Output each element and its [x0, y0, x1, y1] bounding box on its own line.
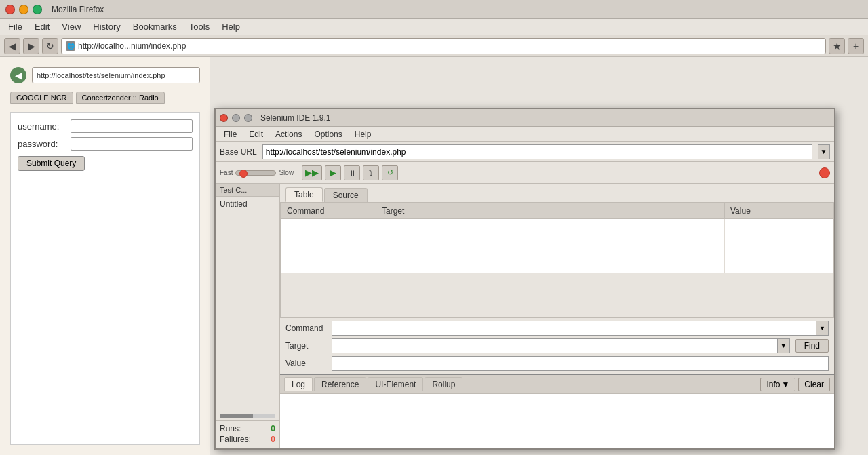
web-back-btn[interactable]: ◀	[10, 67, 26, 83]
bookmark-star[interactable]: ★	[829, 38, 845, 54]
tab-source[interactable]: Source	[324, 188, 368, 202]
menu-tools[interactable]: Tools	[184, 20, 215, 33]
selenium-ide-window: Selenium IDE 1.9.1 File Edit Actions Opt…	[214, 108, 835, 450]
editor-tabs: Table Source	[280, 184, 834, 203]
firefox-content: ◀ http://localhost/test/selenium/index.p…	[0, 57, 868, 455]
record-btn[interactable]	[819, 167, 830, 178]
bottom-tab-reference[interactable]: Reference	[314, 377, 366, 391]
sel-minimize-btn[interactable]	[232, 114, 240, 122]
menu-edit[interactable]: Edit	[29, 20, 55, 33]
username-input[interactable]	[71, 119, 193, 133]
sel-menu-file[interactable]: File	[218, 129, 242, 140]
password-input[interactable]	[71, 137, 193, 151]
selenium-main: Test C... Untitled Runs: 0 Failures: 0	[216, 184, 834, 448]
col-target: Target	[376, 203, 725, 219]
target-input-wrapper: ▼	[332, 338, 790, 353]
selenium-toolbar: Fast Slow ▶▶ ▶ ⏸ ⤵ ↺	[216, 162, 834, 184]
web-address-bar[interactable]: http://localhost/test/selenium/index.php	[32, 67, 200, 83]
forward-button[interactable]: ▶	[23, 38, 39, 54]
test-progress-bar	[220, 414, 275, 418]
firefox-toolbar: ◀ ▶ ↻ 🌐 http://localho...nium/index.php …	[0, 35, 868, 57]
test-item-untitled[interactable]: Untitled	[216, 197, 279, 212]
menu-bookmarks[interactable]: Bookmarks	[127, 20, 182, 33]
find-btn[interactable]: Find	[795, 339, 829, 353]
play-one-btn[interactable]: ▶	[325, 165, 341, 180]
command-input-wrapper: ▼	[332, 321, 829, 336]
firefox-menubar: File Edit View History Bookmarks Tools H…	[0, 19, 868, 35]
command-table-container: Command Target Value	[280, 203, 834, 317]
editor-panel: Table Source Command Target Value	[280, 184, 834, 448]
command-dropdown-btn[interactable]: ▼	[816, 321, 829, 336]
runs-label: Runs:	[220, 424, 241, 433]
close-btn[interactable]	[5, 5, 15, 14]
bottom-tabs: Log Reference UI-Element Rollup Info ▼ C…	[280, 375, 834, 394]
firefox-window: Mozilla Firefox File Edit View History B…	[0, 0, 868, 455]
value-row: Value	[285, 356, 829, 371]
username-label: username:	[18, 121, 65, 132]
submit-btn[interactable]: Submit Query	[18, 156, 85, 171]
selenium-menubar: File Edit Actions Options Help	[216, 127, 834, 142]
menu-file[interactable]: File	[3, 20, 28, 33]
runs-count: 0	[271, 424, 275, 433]
bottom-tab-rollup[interactable]: Rollup	[425, 377, 462, 391]
speed-thumb[interactable]	[239, 170, 248, 178]
speed-track[interactable]	[235, 170, 276, 176]
sel-close-btn[interactable]	[220, 114, 228, 122]
web-address-text: http://localhost/test/selenium/index.php	[37, 71, 165, 79]
password-label: password:	[18, 139, 65, 149]
failures-count: 0	[271, 435, 275, 444]
test-runs: Runs: 0 Failures: 0	[216, 420, 279, 448]
sel-menu-help[interactable]: Help	[349, 129, 377, 140]
slow-label: Slow	[279, 169, 294, 176]
address-bar[interactable]: 🌐 http://localho...nium/index.php	[61, 38, 826, 54]
maximize-btn[interactable]	[33, 5, 42, 14]
command-editor: Command ▼ Target ▼ F	[280, 317, 834, 374]
sel-menu-options[interactable]: Options	[309, 129, 347, 140]
test-panel: Test C... Untitled Runs: 0 Failures: 0	[216, 184, 280, 448]
sel-menu-edit[interactable]: Edit	[243, 129, 269, 140]
tab-concertzender[interactable]: Concertzender :: Radio	[76, 92, 165, 104]
firefox-titlebar: Mozilla Firefox	[0, 0, 868, 19]
target-input[interactable]	[332, 338, 778, 353]
bottom-right-btns: Info ▼ Clear	[760, 378, 830, 391]
play-all-btn[interactable]: ▶▶	[302, 165, 322, 180]
back-button[interactable]: ◀	[4, 38, 20, 54]
clear-btn[interactable]: Clear	[798, 378, 830, 391]
target-label: Target	[285, 341, 326, 351]
step-btn[interactable]: ⤵	[363, 165, 379, 180]
base-url-input[interactable]	[262, 144, 812, 159]
value-input[interactable]	[332, 356, 829, 371]
page-icon: 🌐	[66, 41, 75, 51]
menu-help[interactable]: Help	[216, 20, 245, 33]
col-value: Value	[725, 203, 833, 219]
test-panel-header: Test C...	[216, 184, 279, 197]
sel-maximize-btn[interactable]	[244, 114, 252, 122]
tab-table[interactable]: Table	[285, 187, 323, 202]
menu-history[interactable]: History	[87, 20, 125, 33]
bottom-content	[280, 394, 834, 448]
selenium-title: Selenium IDE 1.9.1	[260, 113, 330, 123]
bottom-tab-log[interactable]: Log	[284, 377, 313, 391]
command-input[interactable]	[332, 321, 816, 336]
webpage-tabs: GOOGLE NCR Concertzender :: Radio	[10, 92, 200, 104]
minimize-btn[interactable]	[19, 5, 28, 14]
info-btn[interactable]: Info ▼	[760, 378, 795, 391]
reload-button[interactable]: ↻	[42, 38, 58, 54]
menu-view[interactable]: View	[56, 20, 86, 33]
target-dropdown-btn[interactable]: ▼	[778, 338, 790, 353]
new-tab-btn[interactable]: +	[848, 38, 864, 54]
bottom-tab-ui-element[interactable]: UI-Element	[368, 377, 423, 391]
tab-google[interactable]: GOOGLE NCR	[10, 92, 73, 104]
firefox-title: Mozilla Firefox	[52, 5, 104, 14]
pause-btn[interactable]: ⏸	[344, 165, 360, 180]
bottom-panel: Log Reference UI-Element Rollup Info ▼ C…	[280, 374, 834, 448]
info-dropdown-icon: ▼	[781, 380, 789, 389]
target-row: Target ▼ Find	[285, 338, 829, 353]
toggle-btn[interactable]: ↺	[382, 165, 398, 180]
base-url-dropdown[interactable]: ▼	[818, 144, 830, 159]
selenium-titlebar: Selenium IDE 1.9.1	[216, 109, 834, 127]
base-url-label: Base URL	[220, 147, 257, 157]
fast-label: Fast	[220, 169, 233, 176]
sel-menu-actions[interactable]: Actions	[270, 129, 307, 140]
address-text: http://localho...nium/index.php	[78, 41, 186, 51]
